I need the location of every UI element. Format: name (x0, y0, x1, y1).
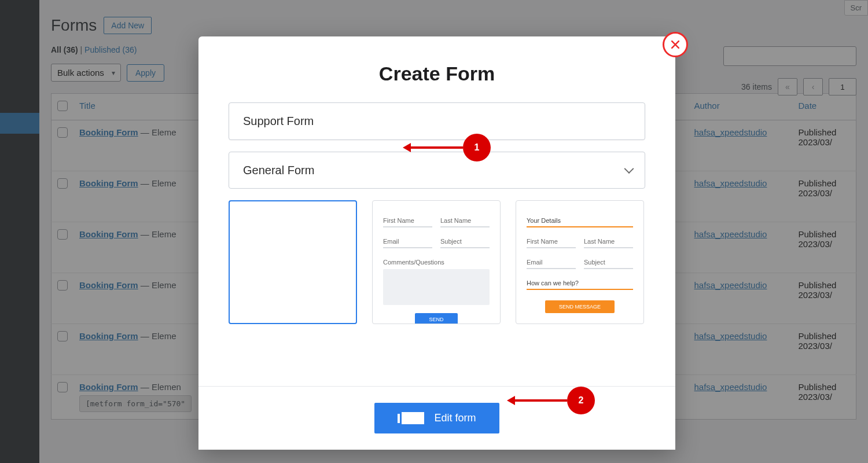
template-contact-1[interactable]: First Name Last Name Email Subject Comme… (372, 200, 501, 324)
annotation-badge-2: 2 (567, 387, 595, 414)
annotation-arrow-2 (514, 399, 567, 402)
tpl-label: Subject (584, 259, 633, 266)
modal-title: Create Form (198, 36, 675, 102)
annotation-arrow-1 (410, 146, 463, 149)
tpl-label: How can we help? (527, 280, 633, 286)
tpl-heading: Your Details (527, 217, 633, 224)
form-name-input[interactable] (229, 102, 645, 140)
tpl-label: Email (383, 238, 432, 245)
tpl-label: Last Name (440, 217, 490, 224)
tpl-label: Subject (440, 238, 490, 245)
create-form-modal: Create Form General Form First Name Last… (198, 36, 675, 450)
edit-form-button[interactable]: Edit form (374, 403, 499, 433)
form-type-select[interactable]: General Form (229, 152, 645, 189)
template-blank[interactable] (229, 200, 357, 324)
tpl-label: First Name (527, 238, 576, 245)
template-gallery: First Name Last Name Email Subject Comme… (229, 200, 645, 324)
tpl-send-button: SEND MESSAGE (545, 300, 615, 313)
modal-footer: Edit form (198, 386, 675, 450)
modal-close-button[interactable] (663, 32, 688, 57)
tpl-send-button: SEND (415, 313, 457, 324)
close-icon (670, 39, 681, 50)
tpl-label: Comments/Questions (383, 259, 490, 266)
tpl-label: Email (527, 259, 576, 266)
tpl-label: First Name (383, 217, 432, 224)
tpl-label: Last Name (584, 238, 633, 245)
template-contact-2[interactable]: Your Details First Name Last Name Email … (516, 200, 644, 324)
elementor-icon (398, 412, 426, 424)
annotation-badge-1: 1 (463, 134, 491, 161)
